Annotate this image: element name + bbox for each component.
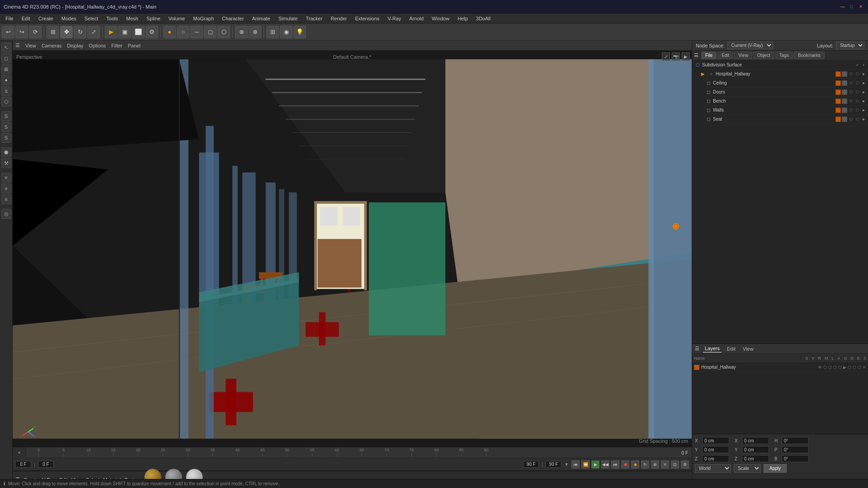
- play-btn[interactable]: ▶: [591, 460, 599, 469]
- more-btn[interactable]: ≡: [661, 460, 669, 469]
- scale-btn[interactable]: ⤢: [87, 26, 100, 38]
- menu-render[interactable]: Render: [327, 15, 350, 22]
- play-reverse-btn[interactable]: ◀◀: [601, 460, 609, 469]
- timeline-ruler[interactable]: ▼ 0| 5| 10| 15| 20| 25| 30| 35| 40| 45| …: [13, 447, 692, 458]
- settings-anim-btn[interactable]: ⚙: [681, 460, 689, 469]
- y-rot-input[interactable]: [742, 446, 769, 453]
- vt-display[interactable]: Display: [67, 43, 83, 48]
- uv-mode-btn[interactable]: ⬡: [217, 26, 230, 38]
- lt-group[interactable]: ≡: [1, 173, 11, 183]
- obj-ceiling[interactable]: ◻ Ceiling ⬡ ⬡ ⬡ ▶: [703, 79, 868, 88]
- obj-hospital-hallway[interactable]: ▶ ○ Hospital_Hallway ⬡ ⬡ ⬡ ▶: [698, 70, 868, 79]
- vt-hamburger[interactable]: ☰: [15, 42, 20, 48]
- obj-walls[interactable]: ◻ Walls ⬡ ⬡ ⬡ ▶: [703, 106, 868, 115]
- light-btn[interactable]: 💡: [293, 26, 306, 38]
- layer-hospital-hallway[interactable]: Hospital_Hallway 👁 ⬡ ⬡ ⬡ ⬡ ▶ ⬡ ⬡ ⬡ ✕: [692, 363, 868, 372]
- maximize-btn[interactable]: □: [848, 3, 855, 10]
- region-render-btn[interactable]: ▣: [118, 26, 131, 38]
- menu-window[interactable]: Window: [428, 15, 453, 22]
- playback-btn[interactable]: ⊕: [651, 460, 659, 469]
- lt-rigging[interactable]: ⧖: [1, 86, 11, 96]
- vt-cameras[interactable]: Cameras: [42, 43, 62, 48]
- view-grid-btn[interactable]: ⊞: [266, 26, 279, 38]
- obj-doors[interactable]: ◻ Doors ⬡ ⬡ ⬡ ▶: [703, 88, 868, 97]
- hamburger-obj[interactable]: ☰: [694, 52, 698, 58]
- lt-extra[interactable]: ≡: [1, 194, 11, 204]
- viewport[interactable]: Perspective Default Camera.* Grid Spacin…: [13, 51, 692, 447]
- menu-mesh[interactable]: Mesh: [123, 15, 142, 22]
- obj-subdivision[interactable]: ⬡ Subdivision Surface ✓ ✓: [692, 61, 868, 70]
- node-space-select[interactable]: Current (V-Ray) Standard: [727, 42, 773, 49]
- tab-layers-edit[interactable]: Edit: [725, 345, 737, 352]
- menu-simulate[interactable]: Simulate: [275, 15, 302, 22]
- rotate-btn[interactable]: ↻: [74, 26, 86, 38]
- menu-mograph[interactable]: MoGraph: [189, 15, 217, 22]
- vt-options[interactable]: Options: [89, 43, 106, 48]
- menu-volume[interactable]: Volume: [165, 15, 189, 22]
- tab-object[interactable]: Object: [753, 52, 774, 59]
- vp-render-btn[interactable]: ▶: [682, 52, 690, 61]
- lt-object[interactable]: ◻: [1, 53, 11, 63]
- render-settings-btn[interactable]: ⚙: [146, 26, 158, 38]
- lt-hierarchy[interactable]: ⊞: [1, 64, 11, 74]
- keyframe-btn[interactable]: ◆: [631, 460, 639, 469]
- b-scale-input[interactable]: [782, 455, 809, 462]
- selection-btn[interactable]: ⊞: [47, 26, 59, 38]
- snap-btn[interactable]: ⊕: [235, 26, 248, 38]
- vp-camera-btn[interactable]: 📷: [672, 52, 680, 61]
- go-end-btn[interactable]: ⏭: [611, 460, 619, 469]
- menu-vray[interactable]: V-Ray: [384, 15, 405, 22]
- scale-dropdown[interactable]: Scale: [734, 464, 761, 473]
- menu-character[interactable]: Character: [218, 15, 247, 22]
- tab-bookmarks[interactable]: Bookmarks: [794, 52, 825, 59]
- edges-mode-btn[interactable]: ─: [190, 26, 203, 38]
- layers-hamburger[interactable]: ☰: [695, 346, 699, 352]
- window-controls[interactable]: — □ ✕: [839, 3, 864, 10]
- lt-dynamics[interactable]: S: [1, 122, 11, 132]
- menu-tools[interactable]: Tools: [103, 15, 122, 22]
- menu-select[interactable]: Select: [81, 15, 102, 22]
- x-pos-input[interactable]: [702, 437, 729, 444]
- lt-bend[interactable]: ◎: [1, 209, 11, 219]
- lt-animation[interactable]: S: [1, 111, 11, 121]
- render-view-btn[interactable]: ⬜: [132, 26, 145, 38]
- history-btn[interactable]: ⟳: [29, 26, 42, 38]
- tab-file[interactable]: File: [701, 52, 717, 59]
- menu-animate[interactable]: Animate: [248, 15, 274, 22]
- polys-mode-btn[interactable]: ◻: [204, 26, 217, 38]
- lt-deform[interactable]: ⬟: [1, 147, 11, 157]
- layout-select[interactable]: Startup: [836, 42, 864, 49]
- tab-layers[interactable]: Layers: [703, 345, 722, 352]
- record-btn[interactable]: ⏺: [621, 460, 629, 469]
- lt-texture[interactable]: ⬡: [1, 97, 11, 107]
- redo-btn[interactable]: ↪: [15, 26, 28, 38]
- menu-edit[interactable]: Edit: [18, 15, 34, 22]
- points-mode-btn[interactable]: ○: [177, 26, 189, 38]
- h-scale-input[interactable]: [782, 437, 809, 444]
- render-btn[interactable]: ▶: [105, 26, 118, 38]
- extra-btn[interactable]: ⊡: [671, 460, 679, 469]
- lt-cursor[interactable]: ↖: [1, 42, 11, 52]
- prev-frame-btn[interactable]: ⏪: [581, 460, 590, 469]
- minimize-btn[interactable]: —: [839, 3, 846, 10]
- menu-create[interactable]: Create: [35, 15, 57, 22]
- obj-seat[interactable]: ◻ Seat ⬡ ⬡ ⬡ ▶: [703, 115, 868, 124]
- loop-btn[interactable]: ↻: [641, 460, 649, 469]
- menu-tracker[interactable]: Tracker: [302, 15, 326, 22]
- vt-panel[interactable]: Panel: [128, 43, 141, 48]
- menu-extensions[interactable]: Extensions: [351, 15, 383, 22]
- lt-render[interactable]: ●: [1, 75, 11, 85]
- tab-view[interactable]: View: [734, 52, 752, 59]
- object-mode-btn[interactable]: ●: [163, 26, 176, 38]
- menu-spline[interactable]: Spline: [143, 15, 164, 22]
- p-scale-input[interactable]: [782, 446, 809, 453]
- x-rot-input[interactable]: [742, 437, 769, 444]
- close-btn[interactable]: ✕: [857, 3, 864, 10]
- apply-button[interactable]: Apply: [764, 464, 787, 473]
- menu-modes[interactable]: Modes: [58, 15, 80, 22]
- vt-filter[interactable]: Filter: [111, 43, 122, 48]
- lt-scene[interactable]: S: [1, 133, 11, 143]
- go-start-btn[interactable]: ⏮: [571, 460, 580, 469]
- tab-layers-view[interactable]: View: [741, 345, 755, 352]
- transform-handle[interactable]: [673, 223, 679, 230]
